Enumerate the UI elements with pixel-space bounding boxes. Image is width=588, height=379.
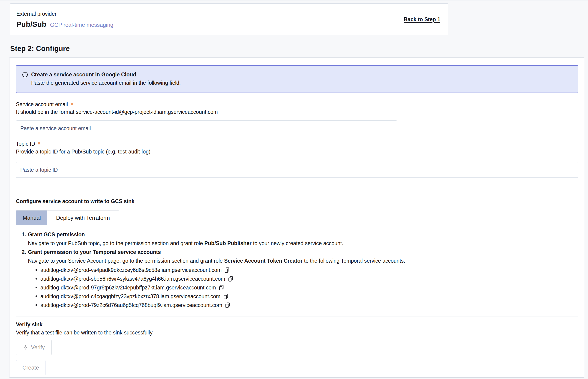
sink-config-tabs: Manual Deploy with Terraform — [16, 210, 119, 225]
copy-icon[interactable] — [224, 267, 230, 273]
instruction-steps: 1. Grant GCS permission Navigate to your… — [16, 231, 578, 311]
info-banner-title: Create a service account in Google Cloud — [31, 72, 136, 78]
provider-title-row: Pub/Sub GCP real-time messaging — [16, 20, 113, 29]
lightning-bolt-icon — [23, 344, 28, 351]
configure-card: Create a service account in Google Cloud… — [9, 58, 584, 378]
step-number: 1. — [22, 231, 28, 238]
step-2-title: Grant permission to your Temporal servic… — [28, 248, 161, 256]
list-item: auditlog-dktxv@prod-vs4padk9dkczcey6d6st… — [40, 267, 578, 276]
step-1-header: 1. Grant GCS permission — [16, 231, 578, 238]
required-dot — [38, 142, 40, 144]
copy-icon[interactable] — [218, 284, 224, 291]
list-item: auditlog-dktxv@prod-c4cqaqgbfzy23vpzkbxz… — [40, 293, 578, 302]
service-account-email: auditlog-dktxv@prod-vs4padk9dkczcey6d6st… — [40, 267, 221, 273]
provider-description: GCP real-time messaging — [50, 22, 113, 28]
list-item: auditlog-dktxv@prod-79z2c6d76au6g5fcq768… — [40, 302, 578, 311]
service-account-email: auditlog-dktxv@prod-79z2c6d76au6g5fcq768… — [40, 302, 222, 308]
verify-sink-description: Verify that a test file can be written t… — [16, 329, 578, 336]
required-dot — [71, 103, 73, 105]
topic-id-label: Topic ID — [16, 140, 578, 147]
list-item: auditlog-dktxv@prod-97gr6tp6zkv2t4epubff… — [40, 284, 578, 293]
copy-icon[interactable] — [225, 302, 231, 308]
info-banner: Create a service account in Google Cloud… — [16, 65, 578, 93]
provider-info: External provider Pub/Sub GCP real-time … — [16, 11, 113, 29]
provider-card: External provider Pub/Sub GCP real-time … — [10, 3, 448, 35]
info-banner-body: Paste the generated service account emai… — [31, 79, 572, 87]
create-button[interactable]: Create — [16, 360, 46, 375]
verify-button[interactable]: Verify — [16, 340, 52, 355]
copy-icon[interactable] — [228, 276, 233, 282]
step-1-body: Navigate to your PubSub topic, go to the… — [28, 240, 578, 247]
sink-section-title: Configure service account to write to GC… — [16, 198, 578, 205]
tab-deploy-with-terraform[interactable]: Deploy with Terraform — [47, 210, 119, 225]
service-account-email: auditlog-dktxv@prod-97gr6tp6zkv2t4epubff… — [40, 284, 216, 291]
back-to-step-1-link[interactable]: Back to Step 1 — [404, 16, 441, 23]
verify-button-label: Verify — [31, 344, 45, 351]
page: External provider Pub/Sub GCP real-time … — [0, 3, 588, 378]
provider-name: Pub/Sub — [16, 20, 46, 29]
service-account-list: auditlog-dktxv@prod-vs4padk9dkczcey6d6st… — [36, 267, 578, 311]
topic-id-helper: Provide a topic ID for a Pub/Sub topic (… — [16, 148, 578, 155]
page-title: Step 2: Configure — [10, 44, 588, 53]
create-button-label: Create — [22, 364, 39, 371]
step-number: 2. — [22, 248, 28, 256]
topic-id-input[interactable] — [16, 162, 578, 178]
info-icon — [22, 72, 28, 78]
service-account-email-input[interactable] — [16, 121, 397, 136]
divider — [16, 316, 578, 316]
step-1-title: Grant GCS permission — [28, 231, 85, 238]
service-account-email: auditlog-dktxv@prod-c4cqaqgbfzy23vpzkbxz… — [40, 293, 220, 299]
step-2-body: Navigate to your Service Account page, g… — [28, 257, 578, 265]
service-account-email: auditlog-dktxv@prod-sbe56h6wr4sykaw47a6y… — [40, 276, 225, 282]
service-account-email-label: Service account email — [16, 101, 578, 108]
list-item: auditlog-dktxv@prod-sbe56h6wr4sykaw47a6y… — [40, 276, 578, 284]
divider — [16, 187, 578, 187]
step-2-header: 2. Grant permission to your Temporal ser… — [16, 248, 578, 256]
verify-sink-title: Verify sink — [16, 321, 578, 328]
provider-eyebrow: External provider — [16, 11, 113, 17]
copy-icon[interactable] — [223, 293, 229, 300]
tab-manual[interactable]: Manual — [16, 210, 47, 225]
service-account-email-helper: It should be in the format service-accou… — [16, 109, 578, 115]
